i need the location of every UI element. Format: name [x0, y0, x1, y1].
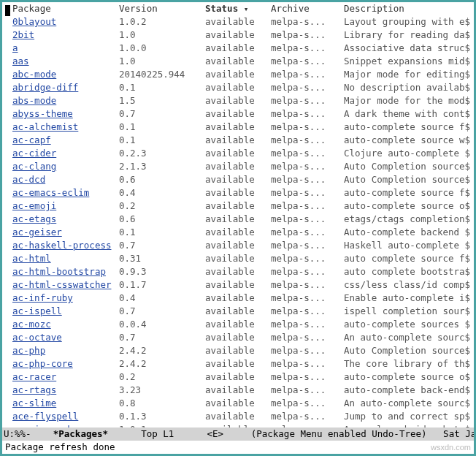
package-link[interactable]: ac-capf: [12, 134, 51, 145]
package-link[interactable]: ac-emoji: [12, 200, 56, 211]
cell-package: ac-etags: [4, 213, 119, 226]
table-row[interactable]: a1.0.0availablemelpa-s...Associative dat…: [4, 42, 474, 55]
table-row[interactable]: abs-mode1.5availablemelpa-s...Major mode…: [4, 94, 474, 107]
table-row[interactable]: ac-dcd0.6availablemelpa-s...Auto Complet…: [4, 173, 474, 186]
package-link[interactable]: ac-alchemist: [12, 121, 78, 132]
table-row[interactable]: abc-mode20140225.944availablemelpa-s...M…: [4, 68, 474, 81]
package-link[interactable]: ac-mozc: [12, 319, 51, 330]
package-link[interactable]: ac-html-bootstrap: [12, 266, 106, 277]
package-link[interactable]: 2bit: [12, 29, 34, 40]
cell-package: abs-mode: [4, 94, 119, 107]
package-link[interactable]: ac-slime: [12, 398, 56, 408]
cell-version: 1.5: [119, 94, 205, 107]
cell-status: available: [205, 213, 271, 226]
table-row[interactable]: ac-alchemist0.1availablemelpa-s...auto-c…: [4, 121, 474, 134]
table-row[interactable]: ac-emacs-eclim0.4availablemelpa-s...auto…: [4, 186, 474, 200]
cell-status: available: [205, 357, 271, 370]
table-row[interactable]: ac-clang2.1.3availablemelpa-s...Auto Com…: [4, 160, 474, 173]
table-row[interactable]: ac-capf0.1availablemelpa-s...auto-comple…: [4, 134, 474, 147]
table-row[interactable]: ac-emoji0.2availablemelpa-s...auto-compl…: [4, 200, 474, 213]
header-archive[interactable]: Archive: [271, 2, 344, 15]
cell-version: 0.1: [119, 134, 205, 147]
table-row[interactable]: ace-flyspell0.1.3availablemelpa-s...Jump…: [4, 410, 474, 423]
cell-status: available: [205, 160, 271, 173]
package-link[interactable]: ac-octave: [12, 332, 62, 343]
package-link[interactable]: ac-haskell-process: [12, 240, 111, 251]
package-link[interactable]: ac-rtags: [12, 384, 56, 395]
cell-archive: melpa-s...: [271, 121, 344, 134]
table-row[interactable]: ac-geiser0.1availablemelpa-s...Auto-comp…: [4, 226, 474, 239]
package-link[interactable]: abs-mode: [12, 95, 56, 106]
cell-package: ac-rtags: [4, 384, 119, 397]
package-link[interactable]: ac-inf-ruby: [12, 292, 73, 303]
table-row[interactable]: ac-html-bootstrap0.9.3availablemelpa-s..…: [4, 265, 474, 278]
header-status[interactable]: Status ▾: [205, 2, 271, 15]
cell-version: 0.7: [119, 107, 205, 121]
cell-version: 2.1.3: [119, 160, 205, 173]
table-row[interactable]: ac-mozc0.0.4availablemelpa-s...auto-comp…: [4, 318, 474, 331]
cell-description: Haskell auto-complete $: [344, 239, 474, 252]
table-row[interactable]: abyss-theme0.7availablemelpa-s...A dark …: [4, 107, 474, 121]
table-row[interactable]: ac-haskell-process0.7availablemelpa-s...…: [4, 239, 474, 252]
modeline-time: Sat Jan: [443, 428, 474, 439]
header-description[interactable]: Description: [344, 2, 474, 15]
package-link[interactable]: ac-dcd: [12, 174, 45, 185]
table-row[interactable]: ac-slime0.8availablemelpa-s...An auto-co…: [4, 397, 474, 410]
table-row[interactable]: ac-octave0.7availablemelpa-s...An auto-c…: [4, 331, 474, 344]
table-row[interactable]: ac-php-core2.4.2availablemelpa-s...The c…: [4, 357, 474, 370]
cell-description: Enable auto-complete i$: [344, 292, 474, 305]
minibuffer[interactable]: Package refresh done wsxdn.com: [2, 441, 474, 454]
package-link[interactable]: ac-geiser: [12, 227, 62, 238]
table-row[interactable]: ac-etags0.6availablemelpa-s...etags/ctag…: [4, 213, 474, 226]
cell-package: ac-html: [4, 252, 119, 265]
table-row[interactable]: ac-rtags3.23availablemelpa-s...auto-comp…: [4, 384, 474, 397]
table-row[interactable]: abridge-diff0.1availablemelpa-s...No des…: [4, 81, 474, 94]
cell-archive: melpa-s...: [271, 252, 344, 265]
table-row[interactable]: ac-html0.31availablemelpa-s...auto compl…: [4, 252, 474, 265]
package-link[interactable]: ac-php-core: [12, 358, 73, 369]
package-link[interactable]: ace-flyspell: [12, 411, 78, 422]
cell-version: 0.1: [119, 226, 205, 239]
cell-description: Auto Completion source$: [344, 160, 474, 173]
package-link[interactable]: aas: [12, 56, 29, 66]
column-header-row[interactable]: Package Version Status ▾ Archive Descrip…: [4, 2, 474, 15]
table-row[interactable]: 0blayout1.0.2availablemelpa-s...Layout g…: [4, 15, 474, 28]
cell-archive: melpa-s...: [271, 226, 344, 239]
package-link[interactable]: ac-cider: [12, 148, 56, 159]
mode-line[interactable]: U:%%- *Packages* Top L1 <E> (Package Men…: [2, 428, 474, 441]
cell-description: Auto Completion source$: [344, 344, 474, 357]
table-row[interactable]: ac-ispell0.7availablemelpa-s...ispell co…: [4, 305, 474, 318]
package-link[interactable]: ac-racer: [12, 371, 56, 382]
package-link[interactable]: ac-php: [12, 345, 45, 356]
header-package[interactable]: Package: [4, 2, 119, 15]
package-link[interactable]: 0blayout: [12, 16, 56, 27]
package-link[interactable]: ac-etags: [12, 213, 56, 224]
package-link[interactable]: ac-emacs-eclim: [12, 187, 89, 198]
table-row[interactable]: ac-php2.4.2availablemelpa-s...Auto Compl…: [4, 344, 474, 357]
table-row[interactable]: ac-cider0.2.3availablemelpa-s...Clojure …: [4, 147, 474, 160]
package-link[interactable]: a: [12, 42, 18, 53]
cell-archive: melpa-s...: [271, 28, 344, 42]
package-link[interactable]: ac-html-csswatcher: [12, 279, 111, 290]
cell-status: available: [205, 186, 271, 200]
table-row[interactable]: ac-racer0.2availablemelpa-s...auto-compl…: [4, 370, 474, 384]
cell-description: Major mode for editing$: [344, 68, 474, 81]
cell-status: available: [205, 252, 271, 265]
cell-description: An auto-complete sourc$: [344, 331, 474, 344]
cell-package: ac-ispell: [4, 305, 119, 318]
table-row[interactable]: ac-inf-ruby0.4availablemelpa-s...Enable …: [4, 292, 474, 305]
header-version[interactable]: Version: [119, 2, 205, 15]
table-row[interactable]: aas1.0availablemelpa-s...Snippet expansi…: [4, 55, 474, 68]
cell-version: 2.4.2: [119, 344, 205, 357]
modeline-flags: U:%%-: [4, 428, 31, 439]
table-row[interactable]: ac-html-csswatcher0.1.7availablemelpa-s.…: [4, 278, 474, 292]
package-link[interactable]: abyss-theme: [12, 108, 73, 119]
package-link[interactable]: ac-html: [12, 253, 51, 264]
cell-archive: melpa-s...: [271, 357, 344, 370]
package-link[interactable]: abc-mode: [12, 69, 56, 80]
table-row[interactable]: 2bit1.0availablemelpa-s...Library for re…: [4, 28, 474, 42]
package-link[interactable]: ac-clang: [12, 161, 56, 172]
package-list-buffer[interactable]: Package Version Status ▾ Archive Descrip…: [2, 2, 474, 428]
package-link[interactable]: ac-ispell: [12, 305, 62, 316]
package-link[interactable]: abridge-diff: [12, 82, 78, 93]
